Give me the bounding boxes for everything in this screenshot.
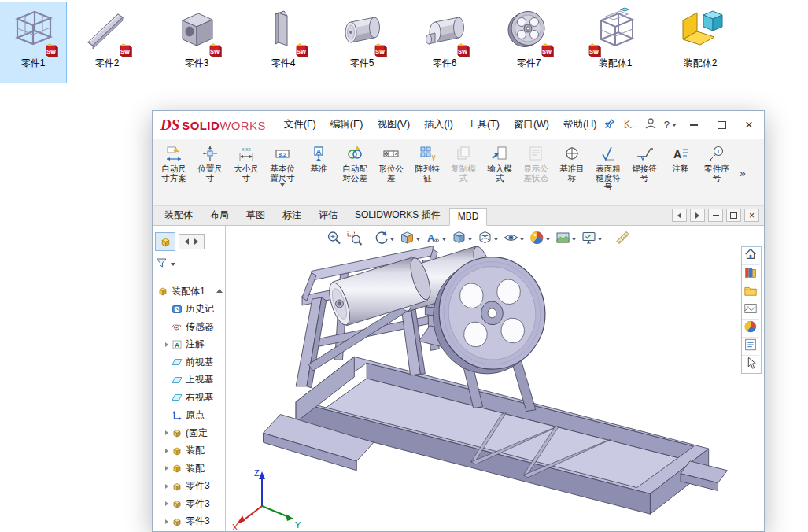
section-view-button[interactable] bbox=[398, 229, 422, 249]
tree-scroll-up-icon[interactable] bbox=[215, 286, 223, 295]
taskpane-design-library-button[interactable] bbox=[742, 265, 759, 283]
tab-草图[interactable]: 草图 bbox=[238, 205, 274, 226]
menu-item-2[interactable]: 视图(V) bbox=[370, 118, 417, 131]
view-settings-button[interactable] bbox=[580, 229, 604, 249]
tab-装配体[interactable]: 装配体 bbox=[156, 205, 201, 226]
zoom-area-button[interactable] bbox=[345, 229, 364, 249]
taskpane-home-button[interactable] bbox=[742, 247, 759, 265]
desktop-icon-装配体1[interactable]: SW装配体1 bbox=[582, 2, 648, 83]
desktop-icon-零件1[interactable]: SW零件1 bbox=[0, 2, 66, 83]
maximize-button[interactable] bbox=[711, 116, 732, 134]
svg-text:SW: SW bbox=[589, 48, 600, 55]
panel-tab-scroller[interactable] bbox=[179, 234, 205, 249]
desktop-icon-零件4[interactable]: SW零件4 bbox=[250, 2, 316, 83]
minimize-button[interactable] bbox=[684, 116, 704, 134]
tree-item-原点[interactable]: 原点 bbox=[153, 407, 225, 425]
taskpane-selection-arrow-button[interactable] bbox=[742, 356, 759, 373]
previous-view-button[interactable] bbox=[372, 229, 397, 249]
user-icon[interactable] bbox=[644, 117, 657, 133]
measure-button[interactable] bbox=[614, 229, 633, 249]
ribbon-auto-pair-tolerance-button[interactable]: 自动配对公差 bbox=[337, 141, 373, 205]
tree-item-零件3[interactable]: 零件3 bbox=[153, 513, 225, 531]
ribbon-auto-dimension-scheme-button[interactable]: 自动尺寸方案 bbox=[156, 141, 192, 205]
ribbon-weld-symbol-button[interactable]: 焊接符号 bbox=[626, 141, 662, 205]
ribbon-datum-target-button[interactable]: 基准目标 bbox=[554, 141, 590, 205]
tree-filter-button[interactable] bbox=[155, 256, 175, 273]
expander-icon[interactable] bbox=[162, 466, 171, 471]
user-name[interactable]: 长.. bbox=[622, 118, 637, 131]
tab-标注[interactable]: 标注 bbox=[274, 205, 310, 226]
pin-icon[interactable] bbox=[604, 118, 615, 132]
expander-icon[interactable] bbox=[162, 342, 171, 347]
close-button[interactable]: × bbox=[739, 116, 759, 134]
tree-item-前视基[interactable]: 前视基 bbox=[153, 353, 225, 371]
chevron-left-icon[interactable] bbox=[185, 238, 189, 245]
desktop-icon-零件6[interactable]: SW零件6 bbox=[411, 2, 478, 83]
tree-item-零件[interactable]: 零件 bbox=[153, 530, 225, 531]
desktop-icon-装配体2[interactable]: 装配体2 bbox=[667, 2, 733, 83]
expander-icon[interactable] bbox=[162, 430, 171, 435]
tree-item-上视基[interactable]: 上视基 bbox=[153, 371, 225, 390]
chevron-right-icon[interactable] bbox=[194, 238, 198, 245]
taskpane-view-palette-button[interactable] bbox=[742, 301, 759, 320]
annotation-view-button[interactable]: A bbox=[424, 229, 448, 249]
svg-text:A: A bbox=[175, 341, 180, 349]
doc-minimize-button[interactable] bbox=[708, 209, 723, 222]
tree-item-历史记[interactable]: 历史记 bbox=[153, 301, 225, 319]
ribbon-pattern-feature-button[interactable]: 阵列特征 bbox=[409, 141, 445, 205]
ribbon-location-dimension-button[interactable]: 位置尺寸 bbox=[192, 141, 228, 205]
menu-item-1[interactable]: 编辑(E) bbox=[323, 118, 371, 131]
ribbon-geometric-tolerance-button[interactable]: 形位公差 bbox=[373, 141, 409, 205]
desktop-icon-零件5[interactable]: SW零件5 bbox=[329, 2, 395, 83]
expander-icon[interactable] bbox=[162, 449, 171, 453]
desktop-icon-零件7[interactable]: SW零件7 bbox=[496, 2, 562, 83]
taskpane-appearances-button[interactable] bbox=[742, 320, 759, 338]
tree-item-传感器[interactable]: 传感器 bbox=[153, 318, 225, 336]
hide-show-button[interactable] bbox=[502, 229, 526, 249]
tree-item-零件3[interactable]: 零件3 bbox=[153, 495, 225, 513]
tab-MBD[interactable]: MBD bbox=[449, 208, 488, 226]
tree-item-零件3[interactable]: 零件3 bbox=[153, 478, 225, 496]
menu-item-0[interactable]: 文件(F) bbox=[277, 118, 323, 131]
featuremanager-tree-tab[interactable] bbox=[155, 232, 175, 251]
apply-scene-button[interactable] bbox=[554, 229, 578, 249]
doc-restore-button[interactable] bbox=[726, 209, 741, 222]
tab-scroll-right-icon[interactable] bbox=[690, 209, 705, 222]
ribbon-datum-button[interactable]: A基准 bbox=[301, 141, 337, 205]
menu-item-3[interactable]: 插入(I) bbox=[417, 118, 460, 131]
desktop-icon-零件3[interactable]: SW零件3 bbox=[164, 2, 230, 83]
doc-close-button[interactable]: × bbox=[744, 209, 759, 222]
tree-item-注解[interactable]: A注解 bbox=[153, 336, 225, 354]
ribbon-size-dimension-button[interactable]: x.xx大小尺寸 bbox=[228, 141, 264, 205]
expander-icon[interactable] bbox=[162, 484, 171, 489]
tab-布局[interactable]: 布局 bbox=[201, 205, 238, 226]
menu-item-5[interactable]: 窗口(W) bbox=[507, 118, 556, 131]
ribbon-overflow-button[interactable]: » bbox=[736, 167, 750, 179]
ribbon-note-button[interactable]: A注释 bbox=[662, 141, 699, 205]
expander-icon[interactable] bbox=[162, 501, 171, 506]
tab-scroll-left-icon[interactable] bbox=[672, 209, 687, 222]
edit-appearance-button[interactable] bbox=[528, 229, 552, 249]
tree-item-(固定[interactable]: (固定 bbox=[153, 424, 225, 442]
tree-item-装配[interactable]: 装配 bbox=[153, 442, 225, 460]
expander-icon[interactable] bbox=[162, 519, 171, 524]
model-3d[interactable] bbox=[226, 226, 764, 531]
display-style-button[interactable] bbox=[476, 229, 500, 249]
ribbon-import-scheme-button[interactable]: 输入模式 bbox=[481, 141, 518, 205]
ribbon-balloon-button[interactable]: 1零件序号 bbox=[699, 141, 735, 205]
taskpane-custom-properties-button[interactable] bbox=[742, 338, 759, 356]
tree-item-装配[interactable]: 装配 bbox=[153, 460, 225, 478]
ribbon-surface-finish-button[interactable]: 表面粗糙度符号 bbox=[590, 141, 626, 205]
view-orientation-button[interactable] bbox=[450, 229, 474, 249]
desktop-icon-零件2[interactable]: SW零件2 bbox=[74, 2, 140, 83]
tree-item-右视基[interactable]: 右视基 bbox=[153, 389, 225, 407]
zoom-fit-button[interactable] bbox=[325, 229, 344, 249]
help-button[interactable]: ? bbox=[664, 119, 677, 131]
menu-item-6[interactable]: 帮助(H) bbox=[556, 118, 603, 131]
taskpane-file-explorer-button[interactable] bbox=[742, 283, 759, 301]
menu-item-4[interactable]: 工具(T) bbox=[460, 118, 507, 131]
ribbon-basic-dimension-button[interactable]: 8.2基本位置尺寸 bbox=[264, 141, 301, 205]
graphics-area[interactable]: A bbox=[226, 226, 764, 531]
tab-评估[interactable]: 评估 bbox=[310, 205, 346, 226]
tab-SOLIDWORKS 插件[interactable]: SOLIDWORKS 插件 bbox=[346, 205, 449, 226]
